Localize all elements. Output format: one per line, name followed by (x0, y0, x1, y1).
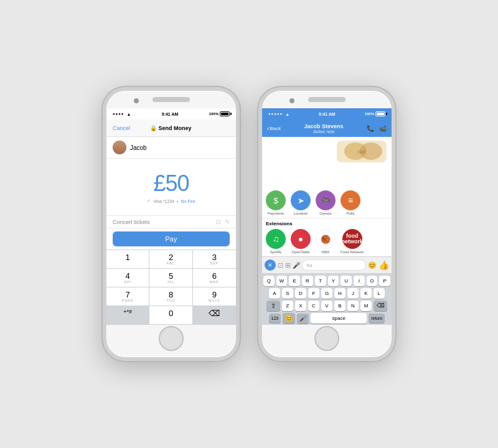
key-5[interactable]: 5 JKL (149, 269, 192, 287)
screen-1: ●●●● ▲ 9:41 AM 100% Cancel 🔒 Send Money (106, 108, 236, 325)
numbers-key[interactable]: 123 (269, 314, 281, 323)
checkmark-icon: ✓ (147, 198, 151, 203)
like-button[interactable]: 👍 (378, 260, 389, 270)
keyboard: Q W E R T Y U I O P A S D F G H (262, 274, 392, 325)
key-l[interactable]: L (374, 288, 385, 299)
lock-icon: 🔒 (150, 125, 157, 131)
pay-button[interactable]: Pay (113, 231, 230, 246)
opentable-label: OpenTable (291, 250, 309, 254)
key-z[interactable]: Z (282, 301, 293, 311)
key-n[interactable]: N (347, 301, 359, 311)
video-call-icon[interactable]: 📹 (379, 125, 387, 132)
key-b[interactable]: B (334, 301, 345, 311)
key-y[interactable]: Y (328, 276, 339, 286)
ext-item-opentable[interactable]: ● OpenTable (291, 229, 311, 254)
key-2[interactable]: 2 ABC (149, 250, 192, 269)
camera-input-icon[interactable]: ⊡ (278, 261, 283, 269)
games-icon: 🎮 (316, 190, 336, 210)
key-7[interactable]: 7 PQRS (106, 287, 149, 306)
close-input-button[interactable]: ✕ (265, 259, 276, 271)
battery-percent-2: 100% (365, 112, 374, 116)
opentable-icon: ● (291, 229, 311, 249)
games-label: Games (319, 212, 331, 215)
key-symbols[interactable]: +*# (106, 306, 149, 325)
image-input-icon[interactable]: ⊞ (285, 261, 291, 269)
emoji-button[interactable]: 😊 (368, 261, 377, 269)
ext-item-spotify[interactable]: ♫ Spotify (266, 229, 286, 254)
message-input[interactable]: Aa (302, 259, 366, 271)
contact-status: Active now (281, 129, 367, 134)
mic-input-icon[interactable]: 🎤 (293, 262, 300, 269)
key-j[interactable]: J (347, 288, 359, 299)
space-key[interactable]: space (311, 313, 367, 324)
messenger-nav: ‹ Back Jacob Stevens Active now 📞 📹 (262, 119, 392, 137)
key-p[interactable]: P (379, 276, 390, 286)
key-u[interactable]: U (341, 276, 352, 286)
key-o[interactable]: O (367, 276, 378, 286)
phones-container: ●●●● ▲ 9:41 AM 100% Cancel 🔒 Send Money (90, 75, 408, 373)
chat-gif: GIF (337, 141, 387, 162)
key-g[interactable]: G (321, 288, 332, 299)
edit-icon: ✎ (225, 218, 230, 225)
recipient-row: Jacob (106, 137, 236, 159)
app-item-polls[interactable]: ≡ Polls (341, 190, 360, 215)
return-key[interactable]: return (369, 314, 385, 323)
key-k[interactable]: K (360, 288, 372, 299)
recipient-name: Jacob (130, 144, 147, 151)
key-v[interactable]: V (321, 301, 332, 311)
key-6[interactable]: 6 MNO (193, 269, 236, 287)
key-q[interactable]: Q (263, 276, 275, 286)
front-camera-2 (289, 98, 294, 103)
cancel-button[interactable]: Cancel (113, 125, 130, 131)
key-f[interactable]: F (308, 288, 319, 299)
back-button[interactable]: ‹ Back (267, 125, 281, 132)
battery-percent-1: 100% (209, 112, 218, 116)
key-c[interactable]: C (308, 301, 319, 311)
food-network-label: Food Network (341, 250, 364, 254)
shift-key[interactable]: ⇧ (266, 301, 280, 311)
amount-section: £50 ✓ Visa *1234 • No Fee (106, 159, 236, 215)
keyboard-row-1: Q W E R T Y U I O P (263, 276, 390, 286)
key-s[interactable]: S (282, 288, 293, 299)
key-delete[interactable]: ⌫ (193, 306, 236, 325)
key-h[interactable]: H (334, 288, 345, 299)
emoji-key[interactable]: 😊 (283, 313, 295, 324)
status-right-1: 100% (209, 111, 230, 116)
key-1[interactable]: 1 (106, 250, 149, 269)
spotify-icon: ♫ (266, 229, 286, 249)
status-left-2: ●●●●● ▲ (268, 112, 289, 116)
key-r[interactable]: R (302, 276, 313, 286)
key-d[interactable]: D (295, 288, 306, 299)
key-0[interactable]: 0 (149, 306, 192, 325)
polls-label: Polls (346, 212, 354, 215)
food-network-icon: foodnetwork (342, 229, 362, 249)
key-e[interactable]: E (289, 276, 300, 286)
key-m[interactable]: M (360, 301, 372, 311)
key-4[interactable]: 4 GHI (106, 269, 149, 287)
keyboard-row-2: A S D F G H J K L (263, 288, 390, 299)
app-item-games[interactable]: 🎮 Games (316, 190, 336, 215)
card-info: Visa *1234 (153, 199, 174, 203)
wifi-icon-1: ▲ (127, 112, 131, 116)
key-x[interactable]: X (295, 301, 306, 311)
key-8[interactable]: 8 TUV (149, 287, 192, 306)
key-a[interactable]: A (269, 288, 280, 299)
key-9[interactable]: 9 WXYZ (193, 287, 236, 306)
app-item-location[interactable]: ➤ Location (291, 190, 311, 215)
phone-call-icon[interactable]: 📞 (367, 125, 374, 132)
key-t[interactable]: T (315, 276, 326, 286)
key-3[interactable]: 3 DEF (193, 250, 236, 269)
app-item-payments[interactable]: $ Payments (266, 190, 286, 215)
note-row[interactable]: Concert tickets ⊡ ✎ (106, 215, 236, 228)
keyboard-bottom-row: 123 😊 🎤 space return (263, 313, 390, 324)
status-bar-1: ●●●● ▲ 9:41 AM 100% (106, 108, 236, 119)
payments-label: Payments (268, 212, 284, 215)
key-i[interactable]: I (354, 276, 365, 286)
extensions-title: Extensions (266, 221, 388, 226)
delete-key[interactable]: ⌫ (374, 301, 387, 311)
mic-key[interactable]: 🎤 (297, 314, 309, 324)
extensions-row: ♫ Spotify ● OpenTable 🏀 NB (266, 229, 388, 254)
key-w[interactable]: W (276, 276, 288, 286)
ext-item-food-network[interactable]: foodnetwork Food Network (341, 229, 364, 254)
ext-item-nba[interactable]: 🏀 NBA (316, 229, 336, 254)
